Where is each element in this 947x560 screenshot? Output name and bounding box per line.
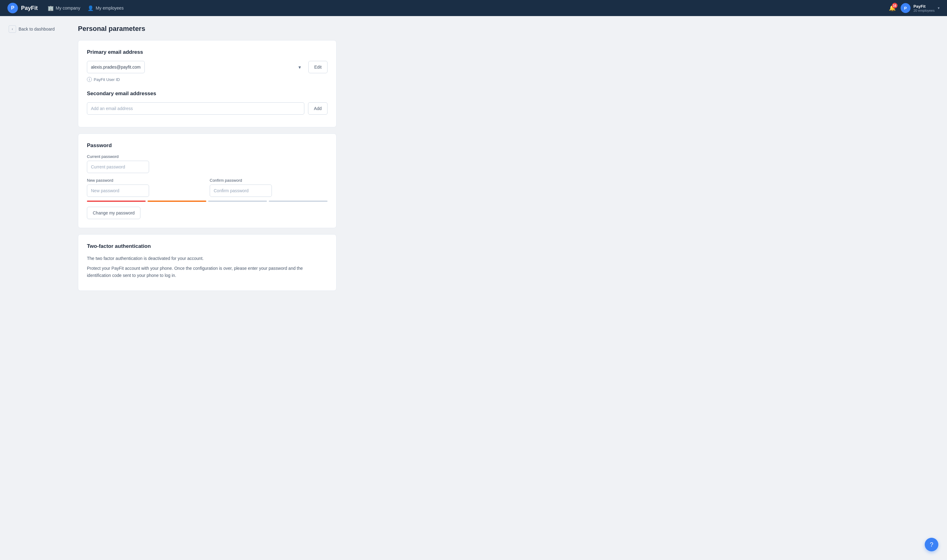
help-button[interactable]: ? xyxy=(925,538,938,551)
strength-bar-1 xyxy=(87,201,146,202)
secondary-email-title: Secondary email addresses xyxy=(87,91,327,97)
confirm-password-label: Confirm password xyxy=(210,178,327,183)
change-password-button[interactable]: Change my password xyxy=(87,207,140,219)
edit-email-button[interactable]: Edit xyxy=(308,61,327,73)
brand-name: PayFit xyxy=(21,5,38,11)
password-card: Password Current password New password C… xyxy=(78,134,336,228)
person-icon: 👤 xyxy=(88,5,94,11)
password-strength-bars xyxy=(87,201,327,202)
payfit-user-id: i PayFit User ID xyxy=(87,77,327,82)
nav-links: 🏢 My company 👤 My employees xyxy=(48,5,879,11)
strength-bar-2 xyxy=(148,201,206,202)
chevron-left-icon: ‹ xyxy=(9,25,16,33)
main-content: Personal parameters Primary email addres… xyxy=(68,16,346,560)
add-email-button[interactable]: Add xyxy=(308,102,327,115)
payfit-user-id-label: PayFit User ID xyxy=(94,77,120,82)
current-password-input[interactable] xyxy=(87,161,149,173)
secondary-email-input[interactable] xyxy=(87,102,304,115)
confirm-password-input[interactable] xyxy=(210,185,272,197)
strength-bar-3 xyxy=(208,201,267,202)
brand-icon: P xyxy=(8,3,18,13)
password-section-title: Password xyxy=(87,143,327,149)
secondary-email-row: Add xyxy=(87,102,327,115)
notification-count: 16 xyxy=(892,3,898,8)
brand-logo[interactable]: P PayFit xyxy=(8,3,38,13)
new-confirm-password-row: New password Confirm password xyxy=(87,178,327,197)
nav-my-company[interactable]: 🏢 My company xyxy=(48,5,80,11)
current-password-group: Current password xyxy=(87,154,327,173)
email-section-title: Primary email address xyxy=(87,49,327,55)
notifications-button[interactable]: 🔔 16 xyxy=(889,5,896,11)
building-icon: 🏢 xyxy=(48,5,54,11)
twofa-protect-text: Protect your PayFit account with your ph… xyxy=(87,265,327,279)
info-icon: i xyxy=(87,77,92,82)
email-select-wrapper: alexis.prades@payfit.com xyxy=(87,61,305,73)
new-password-input[interactable] xyxy=(87,185,149,197)
user-info: PayFit 20 employees xyxy=(914,4,935,12)
page-wrapper: ‹ Back to dashboard Personal parameters … xyxy=(0,16,947,560)
email-card: Primary email address alexis.prades@payf… xyxy=(78,40,336,127)
primary-email-row: alexis.prades@payfit.com Edit xyxy=(87,61,327,73)
nav-my-employees[interactable]: 👤 My employees xyxy=(88,5,123,11)
email-select[interactable]: alexis.prades@payfit.com xyxy=(87,61,145,73)
chevron-down-icon: ▾ xyxy=(938,6,939,10)
user-menu[interactable]: P PayFit 20 employees ▾ xyxy=(901,3,940,13)
twofa-title: Two-factor authentication xyxy=(87,243,327,249)
avatar: P xyxy=(901,3,910,13)
navbar-right: 🔔 16 P PayFit 20 employees ▾ xyxy=(889,3,940,13)
new-password-group: New password xyxy=(87,178,205,197)
strength-bar-4 xyxy=(269,201,327,202)
help-icon: ? xyxy=(930,541,933,548)
back-label: Back to dashboard xyxy=(19,26,55,32)
twofa-status-text: The two factor authentication is deactiv… xyxy=(87,255,327,262)
sidebar: ‹ Back to dashboard xyxy=(0,16,68,560)
new-password-label: New password xyxy=(87,178,205,183)
back-to-dashboard-button[interactable]: ‹ Back to dashboard xyxy=(3,22,66,36)
page-title: Personal parameters xyxy=(78,25,336,33)
confirm-password-group: Confirm password xyxy=(210,178,327,197)
current-password-label: Current password xyxy=(87,154,327,159)
twofa-card: Two-factor authentication The two factor… xyxy=(78,234,336,291)
user-sub: 20 employees xyxy=(914,9,935,12)
navbar: P PayFit 🏢 My company 👤 My employees 🔔 1… xyxy=(0,0,947,16)
user-name: PayFit xyxy=(914,4,935,9)
